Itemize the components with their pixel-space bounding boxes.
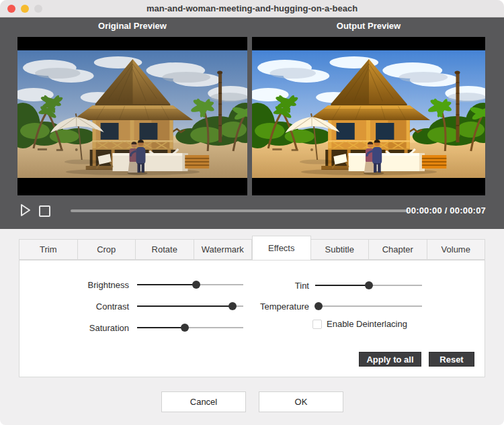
deinterlacing-checkbox[interactable] [312,320,322,329]
tab-trim[interactable]: Trim [19,239,78,260]
seek-bar[interactable] [71,209,409,212]
temperature-label: Temperature [221,301,315,312]
tab-effects[interactable]: Effects [252,236,311,260]
play-button[interactable] [19,203,32,217]
reset-button[interactable]: Reset [429,352,474,367]
app-window: man-and-woman-meeting-and-hugging-on-a-b… [0,0,504,425]
slider-thumb[interactable] [314,302,323,310]
tint-label: Tint [221,281,315,291]
original-preview-pane [17,37,247,195]
tab-bar: Trim Crop Rotate Watermark Effects Subti… [19,236,485,260]
time-display: 00:00:00 / 00:00:07 [406,205,486,216]
temperature-slider[interactable] [315,301,422,312]
zoom-window-button [34,5,42,13]
play-icon [19,203,32,217]
apply-to-all-button[interactable]: Apply to all [359,352,421,367]
tab-subtitle[interactable]: Subtitle [311,239,370,260]
tab-volume[interactable]: Volume [427,239,486,260]
slider-track[interactable] [315,305,422,307]
slider-thumb[interactable] [365,281,373,289]
preview-panel: Original Preview Output Preview 00:00:00… [0,17,504,229]
tab-rotate[interactable]: Rotate [136,239,194,260]
cancel-button[interactable]: Cancel [161,391,246,412]
tab-chapter[interactable]: Chapter [369,239,427,260]
output-preview-pane [252,37,485,195]
deinterlacing-row[interactable]: Enable Deinterlacing [312,319,407,329]
tab-watermark[interactable]: Watermark [194,239,253,260]
slider-fill [315,285,369,286]
saturation-label: Saturation [19,323,137,333]
original-video-frame [17,50,247,178]
traffic-lights [7,5,42,13]
original-preview-label: Original Preview [17,21,247,31]
slider-fill [137,305,233,307]
stop-button[interactable] [39,205,50,217]
output-preview-label: Output Preview [252,21,485,31]
slider-thumb[interactable] [181,324,189,332]
saturation-slider[interactable] [137,322,243,333]
deinterlacing-label: Enable Deinterlacing [327,319,407,329]
slider-fill [137,284,196,285]
titlebar: man-and-woman-meeting-and-hugging-on-a-b… [0,0,504,17]
brightness-label: Brightness [19,280,137,290]
effects-panel: Brightness Contrast Saturation [19,260,485,377]
contrast-label: Contrast [19,301,137,312]
minimize-window-button[interactable] [21,5,29,13]
close-window-button[interactable] [7,5,15,13]
output-video-frame [252,50,485,178]
ok-button[interactable]: OK [259,391,343,412]
window-title: man-and-woman-meeting-and-hugging-on-a-b… [146,3,358,13]
tab-crop[interactable]: Crop [78,239,136,260]
tint-slider[interactable] [315,280,422,291]
slider-fill [137,327,185,328]
slider-thumb[interactable] [192,281,200,289]
